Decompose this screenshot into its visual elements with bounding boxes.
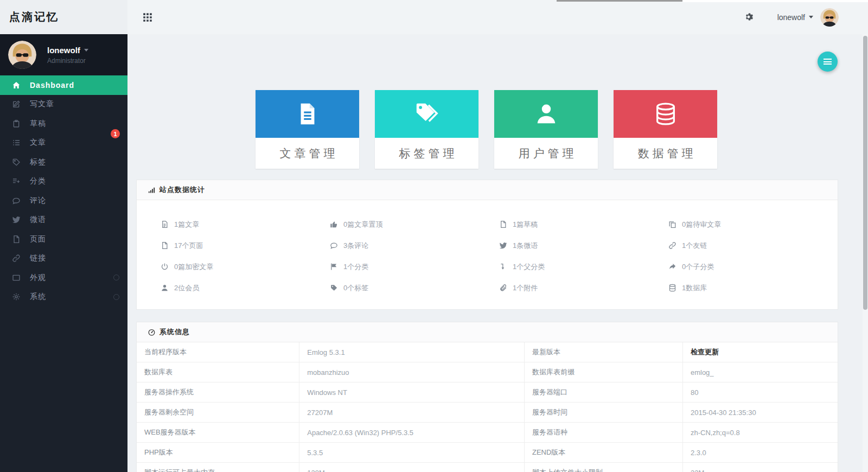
article-icon: [256, 90, 359, 138]
panel-title: 站点数据统计: [159, 185, 205, 195]
sidebar-item-comments[interactable]: 评论: [0, 191, 127, 211]
sidebar-item-label: 分类: [30, 176, 46, 186]
sys-key: 当前程序版本: [137, 342, 299, 362]
card-tag-management[interactable]: 标签管理: [375, 90, 478, 169]
sidebar-item-links[interactable]: 链接: [0, 249, 127, 269]
submenu-toggle-icon: [113, 275, 119, 280]
sys-value: mobanzhizuo: [299, 362, 525, 382]
list-icon: [12, 138, 21, 147]
stat-label: 1个附件: [513, 283, 538, 293]
sidebar-item-tags[interactable]: 标签: [0, 152, 127, 172]
user-avatar[interactable]: [8, 41, 36, 69]
sidebar-item-label: Dashboard: [30, 81, 74, 90]
sidebar-item-categories[interactable]: 分类: [0, 172, 127, 192]
tag-icon: [330, 284, 338, 292]
sys-key: 脚本上传文件大小限制: [524, 463, 682, 472]
table-row: 服务器剩余空间 27207M 服务器时间 2015-04-30 21:35:30: [137, 403, 838, 423]
sidebar-item-system[interactable]: 系统: [0, 288, 127, 307]
stat-pending-articles: 0篇待审文章: [668, 214, 838, 235]
menu-fab-button[interactable]: [818, 52, 838, 72]
stat-encrypted-articles: 0篇加密文章: [161, 256, 330, 277]
stat-label: 1个友链: [682, 241, 707, 251]
level-down-icon: [499, 263, 507, 271]
stat-label: 1篇文章: [174, 220, 199, 229]
comment-icon: [12, 196, 21, 205]
scrollbar-track[interactable]: [863, 34, 868, 472]
sidebar-item-label: 写文章: [30, 99, 54, 109]
sidebar-item-write-post[interactable]: 写文章: [0, 95, 127, 114]
user-name: lonewolf: [47, 46, 80, 55]
member-icon: [161, 284, 169, 292]
user-icon: [494, 90, 598, 138]
table-row: PHP版本 5.3.5 ZEND版本 2.3.0: [137, 443, 838, 463]
apps-grid-icon[interactable]: [142, 11, 154, 23]
table-row: 当前程序版本 Emlog 5.3.1 最新版本 检查更新: [137, 342, 838, 362]
topbar-avatar[interactable]: [820, 8, 839, 27]
stat-label: 0个标签: [343, 283, 368, 293]
stat-label: 1个分类: [343, 262, 368, 272]
stat-friend-links: 1个友链: [668, 235, 838, 256]
system-gear-icon: [12, 292, 21, 301]
card-user-management[interactable]: 用户管理: [494, 90, 598, 169]
sys-value: Windows NT: [299, 382, 525, 403]
check-update-link[interactable]: 检查更新: [691, 348, 719, 356]
sys-key: 最新版本: [524, 342, 682, 362]
power-icon: [161, 263, 169, 271]
sys-key: PHP版本: [137, 443, 299, 463]
system-info-header: 系统信息: [137, 322, 838, 342]
sys-value: zh-CN,zh;q=0.8: [682, 423, 838, 443]
main-content: 文章管理 标签管理 用户管理 数据管理 站点数据统计 1篇文章: [127, 34, 868, 472]
user-name-dropdown[interactable]: lonewolf: [47, 46, 88, 55]
table-row: 数据库表 mobanzhizuo 数据库表前缀 emlog_: [137, 362, 838, 382]
draft-icon: [499, 220, 507, 228]
stat-label: 3条评论: [343, 241, 368, 251]
stat-members: 2位会员: [161, 277, 330, 298]
page-icon: [161, 241, 169, 250]
sys-value: 80: [682, 382, 838, 403]
user-role: Administrator: [47, 57, 88, 65]
table-row: WEB服务器版本 Apache/2.0.63 (Win32) PHP/5.3.5…: [137, 423, 838, 443]
card-article-management[interactable]: 文章管理: [256, 90, 359, 169]
sys-value: Apache/2.0.63 (Win32) PHP/5.3.5: [299, 423, 525, 443]
stat-label: 17个页面: [174, 241, 203, 251]
database-icon: [668, 284, 676, 292]
twitter-icon: [499, 241, 507, 250]
stat-articles: 1篇文章: [161, 214, 330, 235]
sidebar-item-dashboard[interactable]: Dashboard: [0, 75, 127, 95]
stat-databases: 1数据库: [668, 277, 838, 298]
sidebar-item-drafts[interactable]: 草稿 1: [0, 114, 127, 133]
sys-value: emlog_: [682, 362, 838, 382]
sys-value: Emlog 5.3.1: [299, 342, 525, 362]
sys-key: 服务器操作系统: [137, 382, 299, 403]
edit-icon: [12, 100, 21, 109]
stat-parent-categories: 1个父分类: [499, 256, 668, 277]
database-icon: [614, 90, 717, 138]
sys-value: 2015-04-30 21:35:30: [682, 403, 838, 423]
stats-grid: 1篇文章 0篇文章置顶 1篇草稿 0篇待审文章 17个页面 3条评论 1条微语 …: [137, 200, 838, 309]
gear-icon[interactable]: [744, 12, 755, 22]
site-stats-header: 站点数据统计: [137, 180, 838, 200]
card-data-management[interactable]: 数据管理: [614, 90, 717, 169]
sidebar-item-label: 标签: [30, 157, 46, 167]
page-icon: [12, 235, 21, 244]
stat-label: 1篇草稿: [513, 220, 538, 229]
sidebar-item-appearance[interactable]: 外观: [0, 268, 127, 288]
sidebar-item-posts[interactable]: 文章: [0, 133, 127, 153]
card-label: 数据管理: [614, 138, 717, 169]
scrollbar-thumb[interactable]: [863, 36, 867, 310]
stat-label: 1数据库: [682, 283, 707, 293]
home-icon: [12, 81, 21, 90]
sidebar-item-tweets[interactable]: 微语: [0, 211, 127, 230]
sidebar-item-label: 链接: [30, 253, 46, 263]
stat-drafts: 1篇草稿: [499, 214, 668, 235]
sys-value: 32M: [682, 463, 838, 472]
stat-tags: 0个标签: [330, 277, 499, 298]
sidebar-item-label: 页面: [30, 234, 46, 244]
sidebar-item-pages[interactable]: 页面: [0, 229, 127, 249]
topbar-user-dropdown[interactable]: lonewolf: [777, 13, 813, 22]
site-stats-panel: 站点数据统计 1篇文章 0篇文章置顶 1篇草稿 0篇待审文章 17个页面 3条评…: [136, 180, 838, 310]
topbar-user-name: lonewolf: [777, 13, 805, 22]
sidebar-menu: Dashboard 写文章 草稿 1 文章 标签 分类 评论 微语: [0, 75, 127, 307]
stat-label: 1条微语: [513, 241, 538, 251]
comment-icon: [330, 241, 338, 250]
